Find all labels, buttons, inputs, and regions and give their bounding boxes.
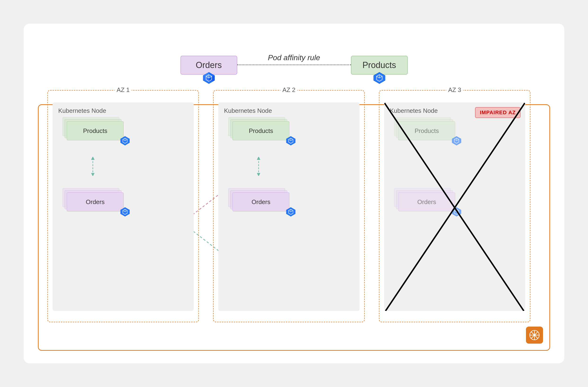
- az2-orders-pod-icon: [286, 207, 296, 217]
- kubernetes-logo: [526, 327, 543, 344]
- az1-vertical-arrow: [89, 157, 96, 177]
- kubernetes-logo-icon: [529, 329, 540, 341]
- az3-products-label: Products: [415, 127, 439, 135]
- dotted-line: [237, 65, 351, 65]
- diagram-area: AZ 1 Kubernetes Node Products: [38, 90, 550, 351]
- pod-affinity-label: Pod affinity rule: [268, 53, 320, 62]
- products-pod-icon-top: [373, 71, 386, 85]
- az3-orders-pod-icon: [451, 207, 462, 217]
- main-container: Orders: [24, 24, 564, 363]
- az2-orders-group: Orders: [232, 192, 289, 211]
- top-section: Orders: [38, 38, 550, 76]
- orders-label-top: Orders: [196, 60, 222, 70]
- az3-k8s-node: Kubernetes Node IMPAIRED AZ Products: [384, 102, 525, 311]
- az2-products-group: Products: [232, 121, 289, 140]
- az3-orders-group: Orders: [398, 192, 455, 211]
- az2-products-label: Products: [249, 127, 273, 135]
- az3-orders-label: Orders: [417, 198, 436, 206]
- svg-line-60: [531, 336, 534, 339]
- svg-line-58: [535, 336, 538, 339]
- az2-label: AZ 2: [281, 86, 297, 94]
- az1-node-label: Kubernetes Node: [58, 107, 188, 114]
- az2-products-pod-icon: [286, 136, 296, 146]
- az1-orders-group: Orders: [67, 192, 124, 211]
- svg-line-59: [535, 332, 538, 334]
- az2-vertical-arrow: [255, 157, 262, 177]
- az3-container: AZ 3 Kubernetes Node IMPAIRED AZ Product…: [379, 90, 530, 322]
- az1-products-label: Products: [83, 127, 107, 135]
- products-label-top: Products: [362, 60, 396, 70]
- impaired-badge: IMPAIRED AZ: [475, 107, 521, 118]
- az1-container: AZ 1 Kubernetes Node Products: [47, 90, 199, 322]
- az3-products-group: Products: [398, 121, 455, 140]
- az3-label: AZ 3: [446, 86, 463, 94]
- az2-k8s-node: Kubernetes Node Products: [218, 102, 359, 311]
- az1-products-group: Products: [67, 121, 124, 140]
- az1-products-pod-icon: [120, 136, 130, 146]
- az3-products-pod-icon: [451, 136, 462, 146]
- az2-orders-label: Orders: [252, 198, 270, 206]
- az1-label: AZ 1: [115, 86, 132, 94]
- az1-k8s-node: Kubernetes Node Products: [53, 102, 194, 311]
- az2-node-label: Kubernetes Node: [224, 107, 354, 114]
- az1-orders-label: Orders: [86, 198, 105, 206]
- orders-pod-icon-top: [202, 71, 215, 85]
- az1-orders-pod-icon: [120, 207, 130, 217]
- az2-container: AZ 2 Kubernetes Node Products: [213, 90, 365, 322]
- svg-line-57: [531, 332, 534, 334]
